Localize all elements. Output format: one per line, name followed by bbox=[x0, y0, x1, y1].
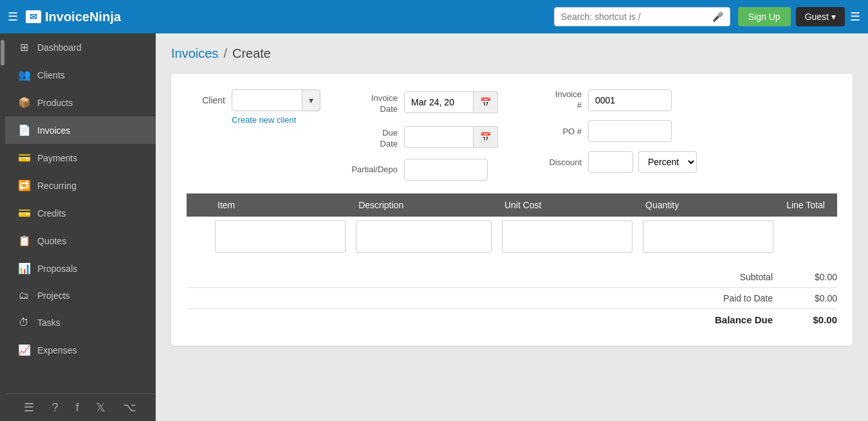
sidebar-item-quotes[interactable]: 📋 Quotes bbox=[5, 227, 156, 255]
row-item-cell bbox=[210, 217, 351, 256]
discount-input[interactable] bbox=[588, 151, 633, 173]
discount-type-select[interactable]: Percent Amount bbox=[638, 151, 697, 173]
quantity-input[interactable] bbox=[643, 220, 773, 253]
sidebar-item-proposals[interactable]: 📊 Proposals bbox=[5, 255, 156, 282]
sidebar: ⊞ Dashboard 👥 Clients 📦 Products 📄 Invoi… bbox=[5, 33, 156, 421]
breadcrumb-current: Create bbox=[232, 46, 271, 61]
paid-value: $0.00 bbox=[786, 293, 837, 303]
item-input[interactable] bbox=[215, 220, 346, 253]
col-quantity: Quantity bbox=[638, 193, 779, 217]
paid-label: Paid to Date bbox=[670, 293, 773, 303]
invoice-date-label: InvoiceDate bbox=[346, 89, 398, 115]
sidebar-item-label: Proposals bbox=[37, 264, 77, 274]
po-input[interactable] bbox=[588, 120, 672, 142]
client-input[interactable] bbox=[232, 89, 302, 111]
sidebar-item-clients[interactable]: 👥 Clients bbox=[5, 61, 156, 89]
layout: ⊞ Dashboard 👥 Clients 📦 Products 📄 Invoi… bbox=[0, 33, 868, 421]
topnav-hamburger-icon[interactable]: ☰ bbox=[8, 10, 18, 24]
sidebar-scrollbar[interactable] bbox=[0, 33, 5, 421]
sidebar-item-label: Dashboard bbox=[37, 42, 82, 53]
bottom-twitter-icon[interactable]: 𝕏 bbox=[96, 400, 106, 415]
unit-cost-input[interactable] bbox=[502, 220, 633, 253]
sidebar-item-credits[interactable]: 💳 Credits bbox=[5, 199, 156, 227]
balance-due-row: Balance Due $0.00 bbox=[187, 309, 837, 330]
subtotal-value: $0.00 bbox=[786, 272, 837, 282]
bottom-help-icon[interactable]: ? bbox=[51, 401, 58, 415]
sidebar-item-products[interactable]: 📦 Products bbox=[5, 89, 156, 116]
invoice-date-wrap: 📅 bbox=[404, 91, 498, 113]
logo-icon: ✉ bbox=[26, 10, 41, 23]
partial-input[interactable] bbox=[404, 159, 488, 181]
row-checkbox-cell bbox=[187, 217, 210, 256]
dashboard-icon: ⊞ bbox=[18, 41, 30, 53]
sidebar-item-recurring[interactable]: 🔁 Recurring bbox=[5, 172, 156, 199]
table-header-row: Item Description Unit Cost Quantity Line… bbox=[187, 193, 837, 217]
due-date-wrap: 📅 bbox=[404, 126, 498, 148]
bottom-facebook-icon[interactable]: f bbox=[75, 401, 78, 415]
sidebar-item-label: Quotes bbox=[37, 236, 66, 246]
recurring-icon: 🔁 bbox=[18, 179, 30, 192]
table-row bbox=[187, 217, 837, 256]
sidebar-item-label: Clients bbox=[37, 70, 65, 80]
logo-envelope: ✉ bbox=[30, 12, 37, 22]
sidebar-item-dashboard[interactable]: ⊞ Dashboard bbox=[5, 33, 156, 61]
col-item: Item bbox=[210, 193, 351, 217]
sidebar-item-payments[interactable]: 💳 Payments bbox=[5, 144, 156, 172]
topnav-logo: ✉ InvoiceNinja bbox=[26, 10, 121, 24]
expenses-icon: 📈 bbox=[18, 344, 30, 356]
search-input[interactable] bbox=[554, 7, 708, 26]
row-description-cell bbox=[351, 217, 497, 256]
signup-button[interactable]: Sign Up bbox=[738, 7, 791, 26]
subtotal-label: Subtotal bbox=[670, 272, 773, 282]
create-client-link[interactable]: Create new client bbox=[232, 115, 320, 125]
logo-light: Ninja bbox=[89, 10, 121, 24]
breadcrumb: Invoices / Create bbox=[171, 46, 853, 61]
description-textarea[interactable] bbox=[356, 220, 492, 253]
sidebar-item-invoices[interactable]: 📄 Invoices bbox=[5, 116, 156, 144]
col-line-total: Line Total bbox=[779, 193, 837, 217]
dates-section: InvoiceDate 📅 DueDate 📅 bbox=[346, 89, 498, 181]
due-date-input[interactable] bbox=[404, 126, 474, 148]
topnav-menu-icon[interactable]: ☰ bbox=[850, 10, 860, 24]
paid-row: Paid to Date $0.00 bbox=[187, 288, 837, 309]
sidebar-item-expenses[interactable]: 📈 Expenses bbox=[5, 336, 156, 364]
clients-icon: 👥 bbox=[18, 69, 30, 81]
sidebar-item-projects[interactable]: 🗂 Projects bbox=[5, 282, 156, 309]
col-unit-cost: Unit Cost bbox=[497, 193, 638, 217]
invoice-meta-section: Invoice# PO # Discount Pe bbox=[524, 89, 697, 173]
client-select-wrap: ▾ bbox=[232, 89, 320, 111]
sidebar-item-label: Invoices bbox=[37, 125, 70, 136]
bottom-list-icon[interactable]: ☰ bbox=[24, 400, 34, 415]
sidebar-item-label: Products bbox=[37, 98, 73, 108]
guest-button[interactable]: Guest ▾ bbox=[796, 7, 845, 26]
products-icon: 📦 bbox=[18, 96, 30, 109]
balance-value: $0.00 bbox=[786, 314, 837, 325]
mic-button[interactable]: 🎤 bbox=[706, 7, 730, 26]
proposals-icon: 📊 bbox=[18, 262, 30, 274]
sidebar-item-label: Tasks bbox=[37, 318, 60, 328]
po-label: PO # bbox=[524, 127, 582, 136]
due-date-calendar-button[interactable]: 📅 bbox=[474, 126, 498, 148]
bottom-github-icon[interactable]: ⌥ bbox=[123, 400, 136, 415]
row-quantity-cell bbox=[638, 217, 779, 256]
row-line-total-cell bbox=[779, 217, 837, 256]
scrollbar-thumb bbox=[1, 40, 5, 66]
sidebar-bottom: ☰ ? f 𝕏 ⌥ bbox=[5, 393, 156, 421]
guest-arrow-icon: ▾ bbox=[831, 12, 836, 22]
sidebar-item-tasks[interactable]: ⏱ Tasks bbox=[5, 309, 156, 336]
sidebar-item-label: Expenses bbox=[37, 345, 77, 355]
tasks-icon: ⏱ bbox=[18, 317, 30, 328]
partial-label: Partial/Depo bbox=[346, 165, 398, 174]
subtotal-row: Subtotal $0.00 bbox=[187, 267, 837, 288]
sidebar-item-label: Payments bbox=[37, 153, 77, 163]
items-table: Item Description Unit Cost Quantity Line… bbox=[187, 193, 837, 256]
col-description: Description bbox=[351, 193, 497, 217]
credits-icon: 💳 bbox=[18, 207, 30, 219]
invoice-date-calendar-button[interactable]: 📅 bbox=[474, 91, 498, 113]
breadcrumb-invoices-link[interactable]: Invoices bbox=[171, 46, 218, 61]
col-checkbox bbox=[187, 193, 210, 217]
invoice-date-input[interactable] bbox=[404, 91, 474, 113]
invoice-number-input[interactable] bbox=[588, 89, 672, 111]
client-dropdown-button[interactable]: ▾ bbox=[302, 89, 320, 111]
balance-label: Balance Due bbox=[670, 314, 773, 325]
